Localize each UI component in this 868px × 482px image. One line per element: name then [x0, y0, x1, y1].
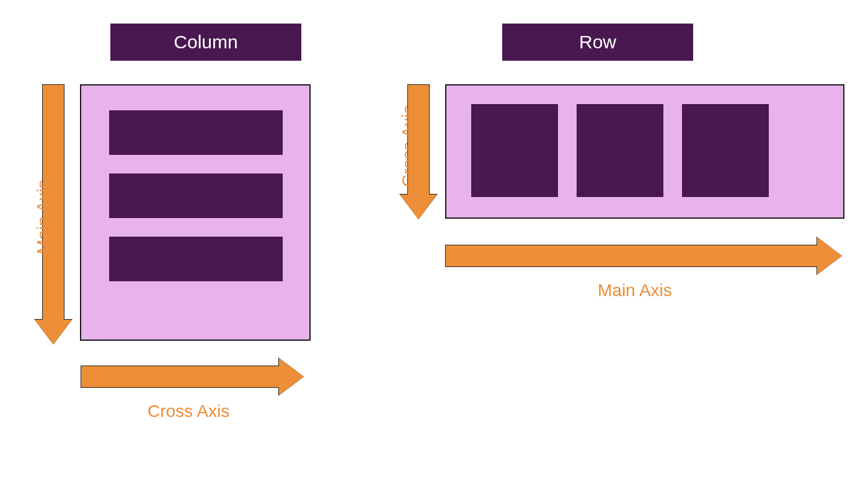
row-main-axis-arrow-head-icon	[817, 237, 842, 274]
row-container	[445, 84, 844, 219]
column-item	[109, 173, 283, 218]
column-cross-axis-label: Cross Axis	[148, 401, 229, 421]
column-item	[109, 237, 283, 281]
column-container	[80, 84, 311, 341]
row-item	[471, 104, 558, 197]
column-cross-axis-arrow-head-icon	[279, 358, 304, 395]
row-cross-axis-label: Cross Axis	[399, 105, 418, 187]
row-item	[577, 104, 663, 197]
column-cross-axis-arrow-shaft	[81, 366, 279, 388]
column-header-label: Column	[110, 24, 301, 61]
row-main-axis-arrow-shaft	[445, 245, 817, 267]
row-item	[682, 104, 769, 197]
row-main-axis-label: Main Axis	[598, 281, 672, 300]
column-main-axis-label: Main Axis	[33, 180, 53, 254]
row-header-label: Row	[502, 24, 693, 61]
column-item	[109, 110, 283, 155]
row-cross-axis-arrow-head-icon	[400, 195, 437, 219]
column-main-axis-arrow-head-icon	[35, 320, 72, 344]
